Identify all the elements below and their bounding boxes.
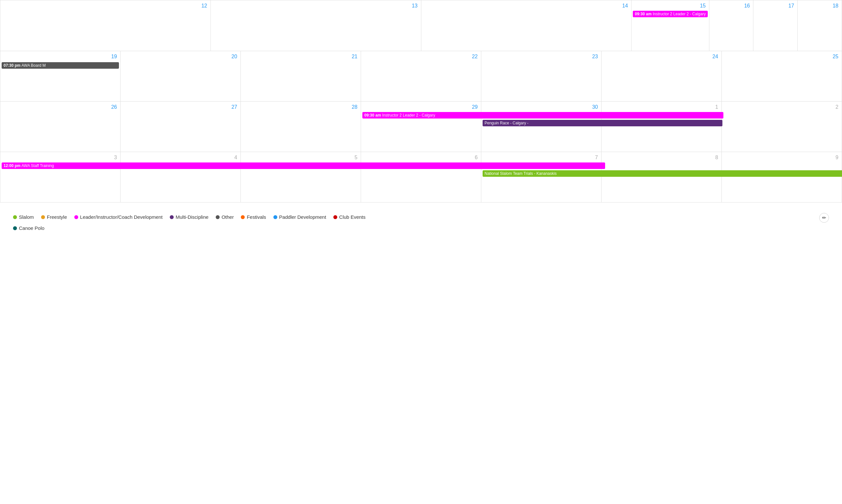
legend-dot-other [216, 215, 220, 219]
event-bar[interactable]: 09:30 am Instructor 2 Leader 2 - Calgary [633, 11, 707, 17]
event-bar-week3-instructor[interactable]: 09:30 am Instructor 2 Leader 2 - Calgary [362, 112, 723, 119]
legend-row-1: Slalom Freestyle Leader/Instructor/Coach… [13, 212, 829, 223]
legend-item-club: Club Events [333, 212, 366, 222]
legend-dot-freestyle [41, 215, 45, 219]
calendar-day-29: 29 09:30 am Instructor 2 Leader 2 - Calg… [361, 102, 481, 152]
legend-item-freestyle: Freestyle [41, 212, 67, 222]
calendar-day-15: 15 09:30 am Instructor 2 Leader 2 - Calg… [631, 0, 842, 51]
calendar-day-6: 6 [361, 152, 481, 202]
calendar-day-20: 20 [121, 51, 241, 102]
day-number: 22 [362, 52, 480, 61]
calendar-day-27: 27 [121, 102, 241, 152]
calendar-day-4: 4 [121, 152, 241, 202]
legend-label-slalom: Slalom [19, 212, 34, 222]
legend-dot-club [333, 215, 337, 219]
day-number: 26 [2, 103, 119, 112]
calendar-day-23: 23 [481, 51, 601, 102]
calendar-day-9: 9 [722, 152, 842, 202]
day-number: 14 [423, 2, 630, 11]
legend-dot-slalom [13, 215, 17, 219]
day-number: 6 [362, 154, 480, 162]
calendar-day-2: 2 [722, 102, 842, 152]
calendar-wrapper: 12 13 14 15 09:30 am Instructor 2 Le [0, 0, 842, 241]
calendar-grid-week2: 19 07:30 pm AWA Board M 20 21 22 23 24 2… [0, 51, 842, 102]
legend-dot-canoe-polo [13, 226, 17, 230]
legend-label-other: Other [222, 212, 234, 222]
legend-item-other: Other [216, 212, 234, 222]
legend-label-canoe-polo: Canoe Polo [19, 223, 44, 233]
calendar-day-3: 3 12:00 pm AWA Staff Training [0, 152, 121, 202]
day-number: 3 [2, 154, 119, 162]
day-number: 12 [2, 2, 209, 11]
calendar-day-22: 22 [361, 51, 481, 102]
event-bar-penguin[interactable]: Penguin Race - Calgary - [483, 120, 722, 126]
calendar-day-7: 7 National Slalom Team Trials - Kananask… [481, 152, 601, 202]
day-number: 30 [483, 103, 600, 112]
legend-label-festivals: Festivals [247, 212, 266, 222]
calendar-day-13: 13 [211, 0, 421, 51]
day-number: 9 [723, 154, 840, 162]
calendar-day-5: 5 [241, 152, 361, 202]
legend-dot-paddler [274, 215, 277, 219]
day-number: 19 [2, 52, 119, 61]
legend-label-multidiscipline: Multi-Discipline [176, 212, 209, 222]
day-number: 21 [242, 52, 359, 61]
cell-events: 07:30 pm AWA Board M [2, 62, 119, 69]
pencil-icon: ✏ [822, 213, 826, 223]
calendar-day-26: 26 [0, 102, 121, 152]
event-bar[interactable]: 07:30 pm AWA Board M [2, 62, 119, 69]
legend-item-slalom: Slalom [13, 212, 34, 222]
day-number: 2 [723, 103, 840, 112]
day-number: 28 [242, 103, 359, 112]
day-number: 25 [723, 52, 840, 61]
calendar-week-row-2: 19 07:30 pm AWA Board M 20 21 22 23 24 2… [0, 51, 842, 102]
day-number: 27 [122, 103, 239, 112]
legend-label-club: Club Events [339, 212, 366, 222]
legend-label-freestyle: Freestyle [47, 212, 67, 222]
calendar-week-row: 12 13 14 15 09:30 am Instructor 2 Le [0, 0, 842, 51]
day-number: 7 [483, 154, 600, 162]
legend-dot-multidiscipline [170, 215, 174, 219]
day-number: 16 [711, 2, 752, 11]
legend-item-canoe-polo: Canoe Polo [13, 223, 44, 233]
legend-item-paddler: Paddler Development [274, 212, 326, 222]
day-number: 18 [799, 2, 840, 11]
calendar-grid-week4: 3 12:00 pm AWA Staff Training 4 5 6 [0, 152, 842, 202]
legend-item-multidiscipline: Multi-Discipline [170, 212, 209, 222]
calendar-week-row-3: 26 27 28 29 [0, 102, 842, 152]
calendar-grid-week3: 26 27 28 29 [0, 101, 842, 152]
day-number: 24 [603, 52, 720, 61]
legend-row-2: Canoe Polo [13, 223, 829, 234]
calendar-day-12: 12 [0, 0, 211, 51]
calendar-day-14: 14 [421, 0, 631, 51]
calendar-day-24: 24 [601, 51, 722, 102]
legend-edit-button[interactable]: ✏ [819, 213, 829, 223]
day-number: 5 [242, 154, 359, 162]
calendar-day-19: 19 07:30 pm AWA Board M [0, 51, 121, 102]
calendar-day-30: 30 Penguin Race - Calgary - [481, 102, 601, 152]
day-number: 1 [603, 103, 720, 112]
day-number: 29 [362, 103, 480, 112]
day-number: 4 [122, 154, 239, 162]
day-number: 17 [755, 2, 796, 11]
legend-dot-festivals [241, 215, 245, 219]
day-number: 15 [633, 2, 707, 11]
event-bar-national-slalom[interactable]: National Slalom Team Trials - Kananaskis [483, 170, 842, 177]
calendar-day-25: 25 [722, 51, 842, 102]
calendar-day-21: 21 [241, 51, 361, 102]
day-number: 20 [122, 52, 239, 61]
legend-dot-leader [74, 215, 78, 219]
day-number: 8 [603, 154, 720, 162]
legend-item-festivals: Festivals [241, 212, 266, 222]
event-bar-staff-training[interactable]: 12:00 pm AWA Staff Training [2, 162, 605, 169]
day-number: 13 [212, 2, 420, 11]
legend-item-leader: Leader/Instructor/Coach Development [74, 212, 163, 222]
legend-label-leader: Leader/Instructor/Coach Development [80, 212, 163, 222]
day-number: 23 [483, 52, 600, 61]
legend-label-paddler: Paddler Development [279, 212, 326, 222]
calendar-day-28: 28 [241, 102, 361, 152]
calendar-grid: 12 13 14 15 09:30 am Instructor 2 Le [0, 0, 842, 51]
calendar-legend: Slalom Freestyle Leader/Instructor/Coach… [0, 202, 842, 241]
calendar-week-row-4: 3 12:00 pm AWA Staff Training 4 5 6 [0, 152, 842, 202]
calendar-day-8: 8 [601, 152, 722, 202]
